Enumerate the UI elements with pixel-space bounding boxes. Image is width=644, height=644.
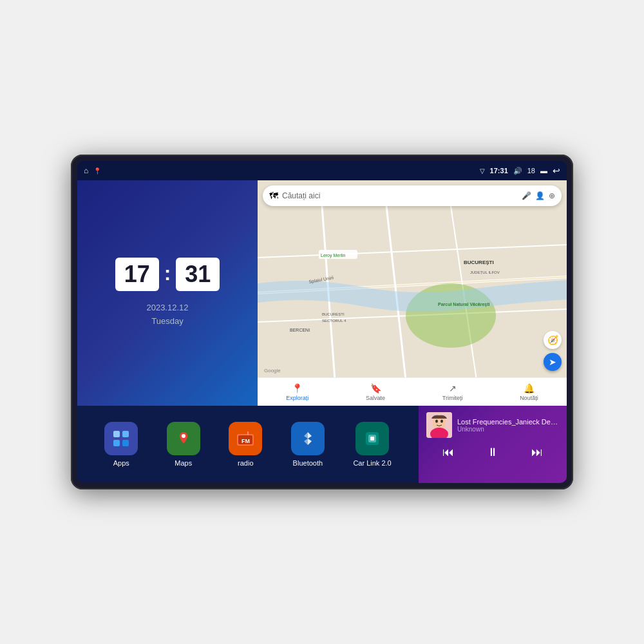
app-item-radio[interactable]: FM radio bbox=[229, 422, 262, 467]
location-button[interactable]: ➤ bbox=[544, 353, 562, 371]
svg-text:Leroy Merlin: Leroy Merlin bbox=[321, 253, 346, 258]
back-icon[interactable]: ↩ bbox=[553, 166, 560, 176]
radio-icon: FM bbox=[229, 422, 262, 455]
svg-point-23 bbox=[182, 434, 185, 438]
news-label: Noutăți bbox=[520, 395, 538, 401]
play-pause-button[interactable]: ⏸ bbox=[480, 443, 505, 462]
svg-rect-22 bbox=[122, 440, 129, 446]
maps-label: Maps bbox=[175, 459, 192, 467]
main-content: 17 : 31 2023.12.12 Tuesday bbox=[77, 180, 567, 483]
map-nav-saved[interactable]: 🔖 Salvate bbox=[366, 383, 385, 401]
news-icon: 🔔 bbox=[524, 383, 535, 393]
music-text: Lost Frequencies_Janieck Devy-... Unknow… bbox=[457, 418, 559, 433]
map-bottom-bar: 📍 Explorați 🔖 Salvate ↗ Trimiteți 🔔 bbox=[258, 377, 567, 406]
svg-rect-32 bbox=[370, 437, 374, 440]
clock-minutes: 31 bbox=[176, 258, 220, 291]
device: ⌂ 📍 ▽ 17:31 🔊 18 ▬ ↩ 17 : bbox=[71, 155, 573, 489]
home-icon[interactable]: ⌂ bbox=[84, 166, 88, 175]
bluetooth-icon bbox=[291, 422, 325, 455]
screen: ⌂ 📍 ▽ 17:31 🔊 18 ▬ ↩ 17 : bbox=[77, 161, 567, 483]
clock-separator: : bbox=[164, 261, 171, 285]
svg-marker-28 bbox=[308, 432, 312, 445]
prev-button[interactable]: ⏮ bbox=[436, 443, 460, 462]
map-panel[interactable]: Parcul Natural Văcărești BUCUREȘTI JUDEȚ… bbox=[258, 180, 567, 406]
saved-label: Salvate bbox=[366, 395, 385, 401]
clock-display: 17 : 31 bbox=[115, 258, 220, 291]
clock-date: 2023.12.12 Tuesday bbox=[146, 301, 188, 328]
app-item-bluetooth[interactable]: Bluetooth bbox=[291, 422, 325, 467]
map-nav-news[interactable]: 🔔 Noutăți bbox=[520, 383, 538, 401]
maps-pin-icon[interactable]: 📍 bbox=[93, 167, 101, 175]
carlink-label: Car Link 2.0 bbox=[353, 459, 391, 467]
svg-text:Google: Google bbox=[264, 368, 281, 374]
saved-icon: 🔖 bbox=[370, 383, 381, 393]
volume-icon: 🔊 bbox=[513, 167, 522, 175]
map-nav-send[interactable]: ↗ Trimiteți bbox=[442, 383, 463, 401]
send-icon: ↗ bbox=[449, 383, 457, 393]
top-section: 17 : 31 2023.12.12 Tuesday bbox=[77, 180, 567, 406]
next-button[interactable]: ⏭ bbox=[525, 443, 549, 462]
music-title: Lost Frequencies_Janieck Devy-... bbox=[457, 418, 559, 426]
google-maps-icon: 🗺 bbox=[269, 191, 278, 201]
explore-label: Explorați bbox=[286, 395, 308, 401]
status-bar: ⌂ 📍 ▽ 17:31 🔊 18 ▬ ↩ bbox=[77, 161, 567, 180]
voice-search-icon[interactable]: 🎤 bbox=[522, 191, 531, 200]
svg-rect-20 bbox=[122, 431, 129, 437]
clock-panel: 17 : 31 2023.12.12 Tuesday bbox=[77, 180, 258, 406]
search-text[interactable]: Căutați aici bbox=[282, 191, 518, 200]
apps-icon bbox=[104, 422, 138, 455]
map-search-bar[interactable]: 🗺 Căutați aici 🎤 👤 ⊕ bbox=[263, 185, 562, 206]
maps-icon bbox=[167, 422, 200, 455]
volume-level: 18 bbox=[527, 167, 535, 175]
explore-icon: 📍 bbox=[292, 383, 303, 393]
svg-point-37 bbox=[440, 420, 443, 423]
map-nav-explore[interactable]: 📍 Explorați bbox=[286, 383, 308, 401]
svg-rect-19 bbox=[113, 431, 120, 437]
svg-rect-21 bbox=[113, 440, 120, 446]
music-info: Lost Frequencies_Janieck Devy-... Unknow… bbox=[426, 412, 559, 438]
apps-panel: Apps Maps bbox=[77, 406, 419, 483]
app-item-carlink[interactable]: Car Link 2.0 bbox=[353, 422, 391, 467]
svg-text:SECTORUL 4: SECTORUL 4 bbox=[322, 319, 346, 323]
account-icon[interactable]: 👤 bbox=[535, 191, 545, 200]
svg-text:Parcul Natural Văcărești: Parcul Natural Văcărești bbox=[438, 302, 490, 307]
send-label: Trimiteți bbox=[442, 395, 463, 401]
map-svg: Parcul Natural Văcărești BUCUREȘTI JUDEȚ… bbox=[258, 180, 567, 406]
music-artist: Unknown bbox=[457, 426, 559, 433]
time-display: 17:31 bbox=[490, 167, 508, 175]
svg-marker-29 bbox=[304, 432, 308, 445]
bottom-section: Apps Maps bbox=[77, 406, 567, 483]
svg-text:BUCUREȘTI: BUCUREȘTI bbox=[464, 260, 494, 265]
app-item-apps[interactable]: Apps bbox=[104, 422, 138, 467]
compass-button[interactable]: 🧭 bbox=[544, 331, 562, 349]
battery-icon: ▬ bbox=[540, 167, 547, 175]
map-search-actions: 🎤 👤 ⊕ bbox=[522, 191, 555, 200]
music-controls: ⏮ ⏸ ⏭ bbox=[426, 443, 559, 462]
signal-icon: ▽ bbox=[480, 167, 485, 175]
svg-text:JUDEȚUL ILFOV: JUDEȚUL ILFOV bbox=[470, 270, 500, 274]
svg-text:BUCUREȘTI: BUCUREȘTI bbox=[322, 312, 345, 316]
clock-hours: 17 bbox=[115, 258, 159, 291]
album-art bbox=[426, 412, 452, 438]
layers-icon[interactable]: ⊕ bbox=[549, 191, 555, 200]
status-left: ⌂ 📍 bbox=[84, 166, 101, 175]
carlink-icon bbox=[355, 422, 389, 455]
music-thumbnail bbox=[426, 412, 452, 438]
music-panel: Lost Frequencies_Janieck Devy-... Unknow… bbox=[419, 406, 567, 483]
svg-point-36 bbox=[435, 420, 438, 423]
status-right: ▽ 17:31 🔊 18 ▬ ↩ bbox=[480, 166, 560, 176]
app-item-maps[interactable]: Maps bbox=[167, 422, 200, 467]
svg-text:FM: FM bbox=[242, 438, 250, 444]
radio-label: radio bbox=[238, 459, 253, 467]
svg-text:BERCENI: BERCENI bbox=[290, 328, 310, 332]
svg-rect-27 bbox=[247, 431, 249, 435]
bluetooth-label: Bluetooth bbox=[293, 459, 323, 467]
apps-label: Apps bbox=[113, 459, 129, 467]
